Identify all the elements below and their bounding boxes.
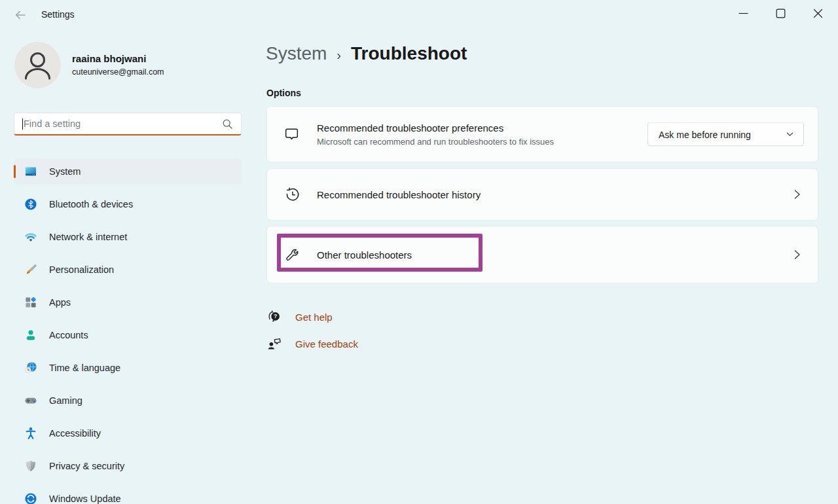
wrench-icon bbox=[285, 246, 301, 263]
close-icon bbox=[813, 9, 823, 18]
accessibility-person-icon bbox=[24, 427, 37, 440]
give-feedback-label: Give feedback bbox=[295, 338, 358, 350]
search-icon bbox=[222, 118, 233, 130]
sidebar-item-label: Windows Update bbox=[49, 494, 121, 504]
personalization-brush-icon bbox=[24, 263, 37, 276]
feedback-person-icon bbox=[267, 336, 282, 351]
recommended-preferences-dropdown[interactable]: Ask me before running bbox=[647, 122, 804, 147]
card-recommended-troubleshooter-preferences: Recommended troubleshooter preferences M… bbox=[266, 106, 818, 162]
sidebar-item-accounts[interactable]: Accounts bbox=[14, 322, 242, 348]
profile-block[interactable]: raaina bhojwani cuteuniverse@gmail.com bbox=[14, 42, 237, 89]
help-bubble-icon: ? bbox=[267, 310, 282, 325]
page-title: Troubleshoot bbox=[351, 43, 467, 64]
sidebar-item-windows-update[interactable]: Windows Update bbox=[14, 486, 242, 504]
sidebar-item-label: Gaming bbox=[49, 395, 82, 406]
get-help-link[interactable]: ? Get help bbox=[267, 309, 358, 325]
sidebar-item-gaming[interactable]: Gaming bbox=[14, 387, 242, 414]
give-feedback-link[interactable]: Give feedback bbox=[267, 336, 358, 351]
card-title: Other troubleshooters bbox=[317, 249, 412, 261]
card-title: Recommended troubleshooter history bbox=[317, 189, 481, 200]
card-other-troubleshooters[interactable]: Other troubleshooters bbox=[266, 226, 818, 283]
sidebar-item-label: System bbox=[49, 166, 81, 177]
apps-grid-icon bbox=[24, 296, 37, 309]
maximize-button[interactable] bbox=[762, 0, 799, 26]
accounts-person-icon bbox=[24, 329, 37, 342]
bluetooth-icon bbox=[24, 198, 37, 211]
minimize-button[interactable] bbox=[725, 0, 762, 26]
sidebar-item-accessibility[interactable]: Accessibility bbox=[14, 420, 242, 446]
window-title: Settings bbox=[41, 9, 75, 20]
avatar bbox=[14, 42, 61, 88]
sidebar-item-privacy-security[interactable]: Privacy & security bbox=[14, 453, 242, 479]
sidebar-item-label: Network & internet bbox=[49, 232, 127, 242]
sidebar-item-apps[interactable]: Apps bbox=[14, 289, 242, 315]
sidebar-item-bluetooth-devices[interactable]: Bluetooth & devices bbox=[14, 191, 242, 217]
profile-name: raaina bhojwani bbox=[72, 53, 146, 64]
card-title: Recommended troubleshooter preferences bbox=[317, 122, 554, 134]
breadcrumb-separator-icon: › bbox=[337, 48, 341, 63]
network-wifi-icon bbox=[24, 230, 37, 243]
card-subtitle: Microsoft can recommend and run troubles… bbox=[317, 137, 554, 147]
titlebar: Settings bbox=[0, 0, 838, 29]
maximize-icon bbox=[776, 9, 786, 18]
svg-text:?: ? bbox=[274, 313, 277, 319]
sidebar-nav: System Bluetooth & devices Network & int… bbox=[14, 158, 242, 504]
speech-bubble-icon bbox=[285, 126, 301, 143]
section-heading-options: Options bbox=[266, 88, 301, 98]
chevron-right-icon bbox=[792, 189, 802, 200]
close-button[interactable] bbox=[799, 0, 837, 26]
profile-email: cuteuniverse@gmail.com bbox=[72, 67, 164, 77]
chevron-down-icon bbox=[786, 130, 794, 139]
sidebar-item-system[interactable]: System bbox=[14, 158, 242, 185]
search-input[interactable] bbox=[23, 118, 222, 129]
search-box[interactable] bbox=[14, 113, 242, 135]
person-outline-icon bbox=[14, 42, 61, 88]
window-controls bbox=[725, 0, 837, 26]
shield-icon bbox=[24, 459, 37, 473]
sidebar-item-label: Privacy & security bbox=[49, 461, 124, 471]
get-help-label: Get help bbox=[295, 312, 333, 323]
globe-clock-icon bbox=[24, 361, 37, 374]
sidebar-item-label: Apps bbox=[49, 297, 71, 308]
breadcrumb-parent[interactable]: System bbox=[266, 43, 327, 64]
sidebar-item-time-language[interactable]: Time & language bbox=[14, 355, 242, 381]
sidebar-item-label: Bluetooth & devices bbox=[49, 199, 133, 209]
sidebar-item-label: Accessibility bbox=[49, 428, 101, 439]
sidebar-item-network-internet[interactable]: Network & internet bbox=[14, 224, 242, 250]
back-arrow-icon bbox=[13, 8, 27, 22]
breadcrumb: System › Troubleshoot bbox=[266, 43, 467, 64]
card-recommended-troubleshooter-history[interactable]: Recommended troubleshooter history bbox=[266, 168, 818, 221]
system-monitor-icon bbox=[24, 165, 37, 178]
chevron-right-icon bbox=[792, 249, 802, 261]
sidebar-item-label: Time & language bbox=[49, 363, 120, 373]
gamepad-icon bbox=[24, 394, 37, 407]
history-clock-icon bbox=[285, 186, 301, 203]
update-arrows-icon bbox=[24, 492, 37, 504]
sidebar-item-personalization[interactable]: Personalization bbox=[14, 257, 242, 283]
back-button[interactable] bbox=[12, 7, 29, 24]
options-cards: Recommended troubleshooter preferences M… bbox=[266, 106, 818, 283]
minimize-icon bbox=[738, 8, 749, 19]
sidebar-item-label: Personalization bbox=[49, 264, 114, 275]
help-links: ? Get help Give feedback bbox=[267, 309, 358, 363]
sidebar-item-label: Accounts bbox=[49, 330, 88, 340]
dropdown-value: Ask me before running bbox=[659, 129, 751, 139]
